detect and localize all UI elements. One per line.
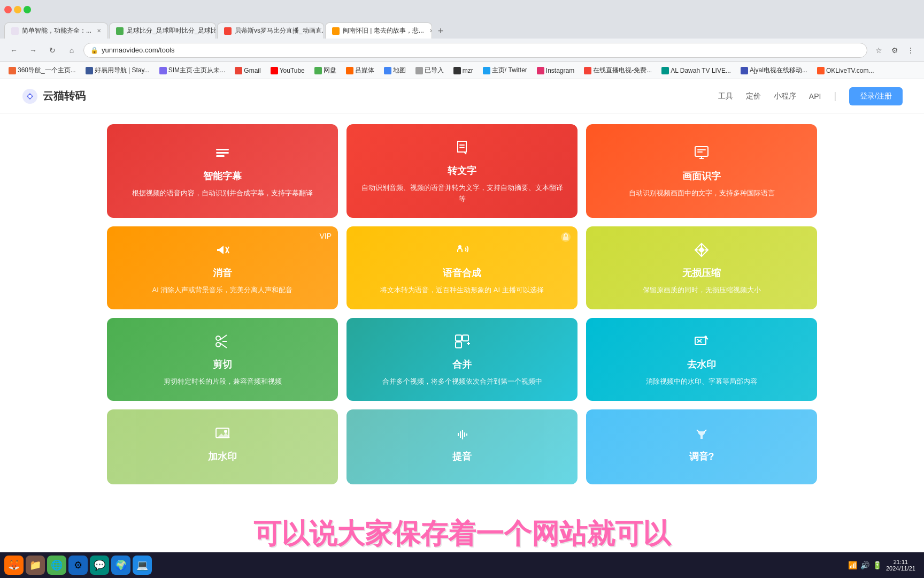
tab-favicon-1 (11, 27, 19, 35)
card-mute[interactable]: VIP 消音 AI 消除人声或背景音乐，完美分离人声和配音 (107, 226, 338, 309)
bookmark-ajyal[interactable]: Ajyal电视在线移动... (736, 65, 812, 76)
nav-api[interactable]: API (809, 92, 821, 101)
bookmark-twitter[interactable]: 主页/ Twitter (479, 65, 532, 76)
bookmark-star-btn[interactable]: ☆ (872, 43, 886, 57)
card-cut[interactable]: 剪切 剪切特定时长的片段，兼容音频和视频 (107, 318, 338, 401)
card-icon-cut (214, 333, 231, 354)
card-desc-smart-subtitle: 根据视频的语音内容，自动识别并合成字幕，支持字幕翻译 (132, 188, 313, 199)
tab-1[interactable]: 简单智能，功能齐全：... ✕ (4, 22, 108, 39)
card-smart-subtitle[interactable]: 智能字幕 根据视频的语音内容，自动识别并合成字幕，支持字幕翻译 (107, 124, 338, 218)
card-title-mute: 消音 (213, 267, 232, 279)
card-icon-remove-watermark (693, 333, 710, 354)
bookmark-favicon-youtube (271, 67, 278, 74)
card-transcribe[interactable]: 转文字 自动识别音频、视频的语音并转为文字，支持自动摘要、文本翻译等 (346, 124, 578, 218)
tab-2[interactable]: 足球比分_足球即时比分_足球比... ✕ (109, 22, 216, 39)
taskbar-app-code[interactable]: 💻 (133, 556, 152, 561)
bookmark-label-maps: 地图 (393, 66, 406, 75)
home-btn[interactable]: ⌂ (64, 43, 79, 58)
bookmark-lymedia[interactable]: 吕媒体 (342, 65, 379, 76)
divider: | (834, 90, 836, 102)
card-badge-tts (560, 232, 571, 244)
url-bar[interactable]: 🔒 yunmaovideo.com/tools (83, 43, 867, 58)
card-icon-extract-audio (455, 427, 469, 446)
bookmark-label-youtube: YouTube (280, 67, 305, 74)
taskbar-app-files[interactable]: 📁 (26, 556, 45, 561)
tab-favicon-3 (224, 27, 232, 35)
address-bar: ← → ↻ ⌂ 🔒 yunmaovideo.com/tools ☆ ⚙ ⋮ (0, 39, 924, 62)
taskbar-right: 📶 🔊 🔋 21:11 2024/11/21 (848, 559, 920, 561)
menu-btn[interactable]: ⋮ (904, 43, 918, 57)
bookmark-label-instagram: Instagram (546, 67, 574, 74)
bookmark-maps[interactable]: 地图 (380, 65, 410, 76)
card-desc-transcribe: 自动识别音频、视频的语音并转为文字，支持自动摘要、文本翻译等 (359, 182, 565, 205)
card-screen-ocr[interactable]: 画面识字 自动识别视频画面中的文字，支持多种国际语言 (586, 124, 817, 218)
taskbar-app-firefox[interactable]: 🦊 (4, 556, 24, 561)
card-title-transcribe: 转文字 (448, 164, 476, 177)
taskbar-app-chrome-alt[interactable]: 🌐 (47, 556, 66, 561)
url-text: yunmaovideo.com/tools (102, 46, 860, 54)
card-icon-merge (453, 333, 471, 354)
taskbar-app-chrome[interactable]: 🌍 (111, 556, 130, 561)
bookmark-haoyiyong[interactable]: 好易用导航 | Stay... (81, 65, 154, 76)
tab-close-1[interactable]: ✕ (97, 28, 101, 34)
bookmark-label-360: 360导航_一个主页... (18, 66, 76, 75)
extensions-btn[interactable]: ⚙ (888, 43, 902, 57)
bookmark-aldawah[interactable]: AL Dawah TV LIVE... (657, 66, 735, 75)
bookmark-gmail[interactable]: Gmail (230, 66, 265, 75)
card-icon-smart-subtitle (214, 144, 231, 165)
svg-rect-24 (456, 342, 461, 348)
card-remove-watermark[interactable]: 去水印 消除视频中的水印、字幕等局部内容 (586, 318, 817, 401)
back-btn[interactable]: ← (6, 43, 21, 58)
nav-miniprogram[interactable]: 小程序 (774, 92, 796, 101)
address-actions: ☆ ⚙ ⋮ (872, 43, 918, 57)
bookmark-sim[interactable]: SIM主页·主页从未... (155, 65, 230, 76)
secure-icon: 🔒 (90, 47, 98, 54)
nav-pricing[interactable]: 定价 (746, 92, 761, 101)
bookmark-label-mzr: mzr (463, 67, 473, 74)
card-tts[interactable]: 语音合成 将文本转为语音，近百种生动形象的 AI 主播可以选择 (346, 226, 578, 309)
login-register-btn[interactable]: 登录/注册 (849, 87, 903, 105)
forward-btn[interactable]: → (26, 43, 41, 58)
bookmark-tv[interactable]: 在线直播电视-免费... (580, 65, 656, 76)
reload-btn[interactable]: ↻ (45, 43, 60, 58)
taskbar-app-settings[interactable]: ⚙ (68, 556, 88, 561)
bookmark-mzr[interactable]: mzr (449, 66, 478, 75)
system-clock[interactable]: 21:11 2024/11/21 (886, 559, 915, 561)
close-window-btn[interactable] (4, 6, 12, 13)
bookmark-netdisk[interactable]: 网盘 (310, 65, 341, 76)
tab-3[interactable]: 贝蒂斯vs罗马比分直播_动画直... ✕ (217, 22, 324, 39)
site-logo[interactable]: 云猫转码 (21, 88, 86, 105)
card-compress[interactable]: 无损压缩 保留原画质的同时，无损压缩视频大小 (586, 226, 817, 309)
nav-tools[interactable]: 工具 (718, 92, 733, 101)
bookmark-instagram[interactable]: Instagram (533, 66, 579, 75)
bookmark-label-sim: SIM主页·主页从未... (168, 66, 226, 75)
taskbar-app-wechat[interactable]: 💬 (90, 556, 109, 561)
bookmark-label-import: 已导入 (425, 66, 444, 75)
card-extract-audio[interactable]: 提音 (346, 409, 578, 484)
bookmark-label-gmail: Gmail (244, 67, 260, 74)
maximize-window-btn[interactable] (24, 6, 31, 13)
bookmark-label-haoyiyong: 好易用导航 | Stay... (95, 66, 150, 75)
cards-grid: 智能字幕 根据视频的语音内容，自动识别并合成字幕，支持字幕翻译 转文字 自动识别… (107, 124, 817, 484)
bookmark-label-netdisk: 网盘 (324, 66, 336, 75)
card-audio-convert[interactable]: 调音? (586, 409, 817, 484)
bookmark-360[interactable]: 360导航_一个主页... (4, 65, 80, 76)
bookmark-favicon-tv (584, 67, 591, 74)
bookmark-youtube[interactable]: YouTube (266, 66, 309, 75)
svg-rect-22 (456, 335, 461, 341)
tab-close-4[interactable]: ✕ (429, 28, 432, 34)
card-desc-remove-watermark: 消除视频中的水印、字幕等局部内容 (646, 376, 757, 387)
minimize-window-btn[interactable] (14, 6, 21, 13)
new-tab-btn[interactable]: + (433, 24, 448, 39)
logo-icon (21, 88, 38, 105)
bookmark-oklivetv[interactable]: OKLiveTV.com... (813, 66, 879, 75)
tab-bar: 简单智能，功能齐全：... ✕ 足球比分_足球即时比分_足球比... ✕ 贝蒂斯… (0, 19, 924, 39)
bookmark-import[interactable]: 已导入 (411, 65, 448, 76)
bookmark-label-aldawah: AL Dawah TV LIVE... (671, 67, 731, 74)
title-bar (0, 0, 924, 19)
card-add-watermark[interactable]: 加水印 (107, 409, 338, 484)
bookmark-label-twitter: 主页/ Twitter (492, 66, 527, 75)
card-merge[interactable]: 合并 合并多个视频，将多个视频依次合并到第一个视频中 (346, 318, 578, 401)
tab-4[interactable]: 闽南怀旧 | 老去的故事，悲... ✕ (325, 22, 432, 39)
bookmark-favicon-instagram (537, 67, 544, 74)
